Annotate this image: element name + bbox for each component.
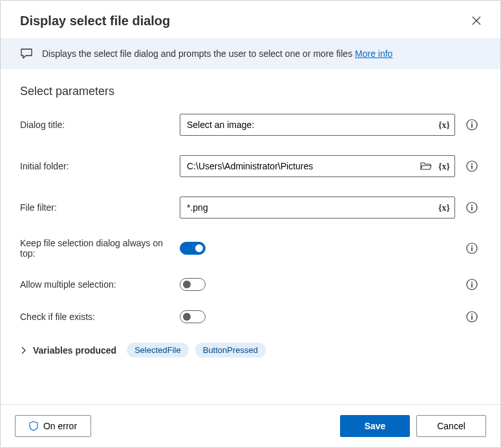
info-banner: Displays the select file dialog and prom…: [1, 38, 500, 69]
svg-rect-6: [471, 164, 473, 165]
help-icon[interactable]: [463, 242, 481, 254]
svg-rect-16: [471, 282, 473, 283]
dialog-footer: On error Save Cancel: [1, 404, 500, 447]
variables-produced-row: Variables produced SelectedFile ButtonPr…: [20, 343, 481, 357]
help-icon[interactable]: [463, 119, 481, 131]
svg-text:{x}: {x}: [438, 120, 450, 130]
toggle-wrap-allow-multiple: [180, 278, 455, 291]
svg-rect-19: [471, 314, 473, 315]
save-button[interactable]: Save: [340, 415, 410, 437]
variable-icon[interactable]: {x}: [437, 201, 451, 214]
row-check-exists: Check if file exists:: [20, 310, 481, 323]
section-heading: Select parameters: [20, 85, 481, 98]
chevron-right-icon[interactable]: [20, 347, 27, 354]
svg-rect-10: [471, 205, 473, 206]
input-dialog-title[interactable]: [180, 114, 455, 136]
row-allow-multiple: Allow multiple selection:: [20, 278, 481, 291]
svg-rect-14: [471, 248, 473, 251]
save-label: Save: [365, 421, 386, 431]
svg-rect-3: [471, 124, 473, 128]
svg-rect-2: [471, 122, 473, 123]
svg-rect-13: [471, 246, 473, 247]
dialog-header: Display select file dialog: [1, 1, 500, 38]
toggle-always-on-top[interactable]: [180, 242, 206, 255]
help-icon[interactable]: [463, 160, 481, 172]
label-check-exists: Check if file exists:: [20, 312, 172, 322]
close-button[interactable]: [468, 12, 485, 29]
row-initial-folder: Initial folder: {x}: [20, 155, 481, 177]
toggle-check-exists[interactable]: [180, 310, 206, 323]
toggle-wrap-always-on-top: [180, 242, 455, 255]
variables-label[interactable]: Variables produced: [33, 345, 116, 356]
variable-pill-selectedfile[interactable]: SelectedFile: [127, 343, 189, 357]
label-allow-multiple: Allow multiple selection:: [20, 279, 172, 290]
label-file-filter: File filter:: [20, 202, 172, 213]
variable-icon[interactable]: {x}: [437, 118, 451, 131]
svg-text:{x}: {x}: [438, 203, 450, 213]
on-error-button[interactable]: On error: [15, 415, 91, 437]
label-dialog-title: Dialog title:: [20, 120, 172, 130]
row-file-filter: File filter: {x}: [20, 197, 481, 219]
input-file-filter[interactable]: [180, 197, 455, 219]
dialog-content: Select parameters Dialog title: {x} Init…: [1, 69, 500, 404]
on-error-label: On error: [43, 421, 77, 431]
svg-rect-17: [471, 284, 473, 288]
variable-icon[interactable]: {x}: [437, 160, 451, 173]
help-icon[interactable]: [463, 279, 481, 290]
row-dialog-title: Dialog title: {x}: [20, 114, 481, 136]
input-initial-folder[interactable]: [180, 155, 455, 177]
more-info-link[interactable]: More info: [355, 48, 392, 59]
toggle-wrap-check-exists: [180, 310, 455, 323]
close-icon: [472, 16, 481, 25]
banner-text: Displays the select file dialog and prom…: [42, 48, 392, 59]
input-wrap-dialog-title: {x}: [180, 114, 455, 136]
label-always-on-top: Keep file selection dialog always on top…: [20, 238, 172, 259]
input-wrap-file-filter: {x}: [180, 197, 455, 219]
svg-rect-11: [471, 207, 473, 211]
cancel-button[interactable]: Cancel: [416, 415, 486, 437]
help-icon[interactable]: [463, 311, 481, 323]
variable-pill-buttonpressed[interactable]: ButtonPressed: [195, 343, 266, 357]
row-always-on-top: Keep file selection dialog always on top…: [20, 238, 481, 259]
toggle-allow-multiple[interactable]: [180, 278, 206, 291]
help-icon[interactable]: [463, 202, 481, 213]
cancel-label: Cancel: [437, 421, 465, 431]
dialog-title: Display select file dialog: [20, 14, 170, 28]
comment-icon: [20, 47, 33, 60]
svg-rect-7: [471, 165, 473, 169]
banner-text-content: Displays the select file dialog and prom…: [42, 48, 355, 59]
shield-icon: [29, 421, 38, 431]
svg-rect-20: [471, 316, 473, 320]
input-wrap-initial-folder: {x}: [180, 155, 455, 177]
label-initial-folder: Initial folder:: [20, 161, 172, 171]
folder-open-icon[interactable]: [419, 160, 434, 173]
dialog-window: Display select file dialog Displays the …: [0, 0, 501, 448]
svg-text:{x}: {x}: [438, 162, 450, 171]
